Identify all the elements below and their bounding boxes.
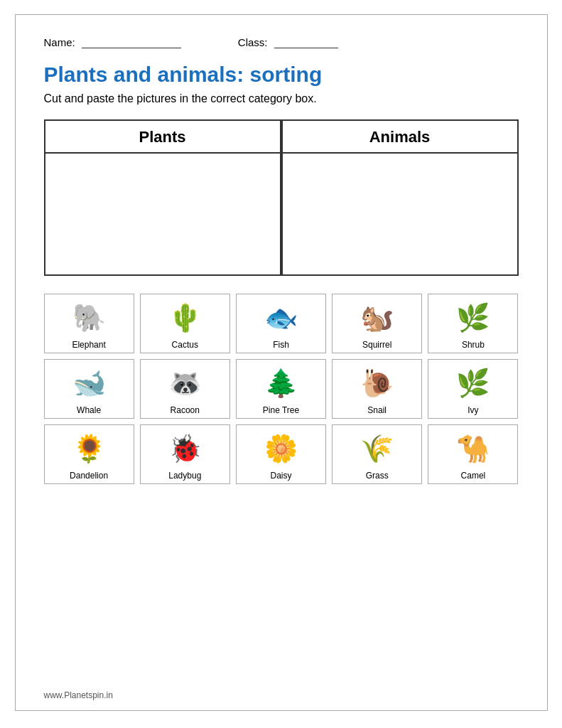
item-card-whale[interactable]: 🐋Whale: [44, 359, 134, 419]
item-label-squirrel: Squirrel: [362, 340, 391, 350]
item-card-racoon[interactable]: 🦝Racoon: [140, 359, 230, 419]
item-label-grass: Grass: [366, 471, 389, 481]
item-label-pine-tree: Pine Tree: [263, 405, 299, 415]
item-icon-snail: 🐌: [335, 364, 418, 403]
item-label-elephant: Elephant: [72, 340, 105, 350]
item-icon-cactus: 🌵: [144, 299, 227, 338]
page-title: Plants and animals: sorting: [44, 63, 519, 87]
item-icon-elephant: 🐘: [48, 299, 131, 338]
item-card-ladybug[interactable]: 🐞Ladybug: [140, 424, 230, 484]
plants-box: Plants: [44, 119, 281, 276]
item-icon-grass: 🌾: [335, 429, 418, 469]
class-label: Class:: [238, 36, 268, 48]
item-icon-whale: 🐋: [48, 364, 131, 403]
item-card-daisy[interactable]: 🌼Daisy: [236, 424, 326, 484]
worksheet-page: Name: Class: Plants and animals: sorting…: [15, 14, 548, 711]
item-icon-camel: 🐪: [431, 429, 514, 469]
item-label-ivy: Ivy: [468, 405, 478, 415]
items-grid: 🐘Elephant🌵Cactus🐟Fish🐿️Squirrel🌿Shrub🐋Wh…: [44, 294, 519, 484]
item-card-grass[interactable]: 🌾Grass: [332, 424, 422, 484]
animals-box: Animals: [281, 119, 519, 276]
item-card-snail[interactable]: 🐌Snail: [332, 359, 422, 419]
name-line: [82, 48, 181, 48]
plants-box-content: [45, 154, 280, 274]
sorting-boxes: Plants Animals: [44, 119, 519, 276]
item-icon-ivy: 🌿: [431, 364, 514, 403]
item-label-dandelion: Dandelion: [70, 471, 108, 481]
item-label-fish: Fish: [273, 340, 289, 350]
item-card-ivy[interactable]: 🌿Ivy: [428, 359, 518, 419]
name-field: Name:: [44, 36, 181, 48]
class-field: Class:: [238, 36, 338, 48]
item-card-shrub[interactable]: 🌿Shrub: [428, 294, 518, 353]
item-card-cactus[interactable]: 🌵Cactus: [140, 294, 230, 353]
item-card-squirrel[interactable]: 🐿️Squirrel: [332, 294, 422, 353]
name-label: Name:: [44, 36, 75, 48]
item-icon-fish: 🐟: [239, 299, 323, 338]
item-card-elephant[interactable]: 🐘Elephant: [44, 294, 134, 353]
item-card-fish[interactable]: 🐟Fish: [236, 294, 326, 353]
item-label-camel: Camel: [461, 471, 486, 481]
item-card-camel[interactable]: 🐪Camel: [428, 424, 518, 484]
item-icon-ladybug: 🐞: [144, 429, 227, 469]
animals-box-content: [283, 154, 517, 274]
page-subtitle: Cut and paste the pictures in the correc…: [44, 92, 519, 105]
item-label-snail: Snail: [367, 405, 387, 415]
item-icon-squirrel: 🐿️: [335, 299, 418, 338]
item-icon-dandelion: 🌻: [48, 429, 131, 469]
item-icon-daisy: 🌼: [239, 429, 323, 469]
item-label-shrub: Shrub: [462, 340, 485, 350]
footer: www.Planetspin.in: [44, 690, 113, 700]
item-icon-pine-tree: 🌲: [239, 364, 323, 403]
item-label-racoon: Racoon: [171, 405, 200, 415]
header-fields: Name: Class:: [44, 36, 519, 48]
plants-box-title: Plants: [45, 121, 280, 154]
item-icon-shrub: 🌿: [431, 299, 514, 338]
item-card-pine-tree[interactable]: 🌲Pine Tree: [236, 359, 326, 419]
item-label-whale: Whale: [77, 405, 101, 415]
item-icon-racoon: 🦝: [144, 364, 227, 403]
item-card-dandelion[interactable]: 🌻Dandelion: [44, 424, 134, 484]
animals-box-title: Animals: [283, 121, 517, 154]
item-label-daisy: Daisy: [270, 471, 291, 481]
item-label-ladybug: Ladybug: [168, 471, 201, 481]
class-line: [274, 48, 338, 48]
item-label-cactus: Cactus: [172, 340, 198, 350]
